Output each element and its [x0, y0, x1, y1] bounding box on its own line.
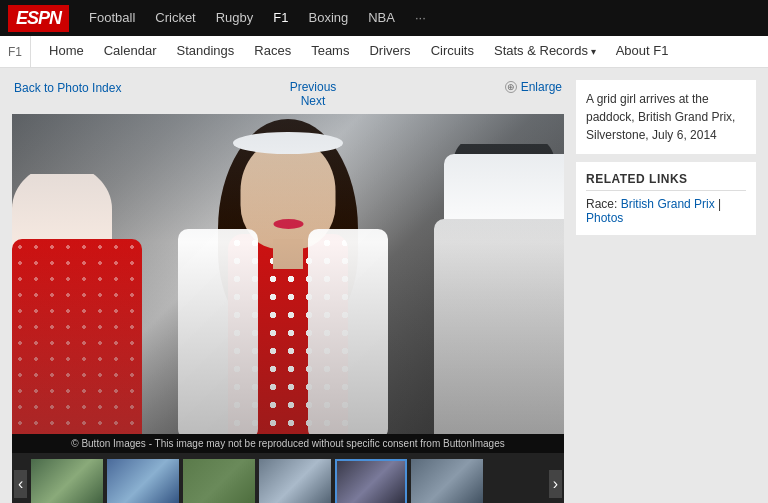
subnav-link-drivers[interactable]: Drivers	[359, 35, 420, 67]
subnav-link-about[interactable]: About F1	[606, 35, 679, 67]
thumbnail-3[interactable]	[183, 459, 255, 503]
thumbnails-container	[31, 459, 544, 503]
top-nav-links: Football Cricket Rugby F1 Boxing NBA ···	[79, 0, 436, 36]
subnav-link-races[interactable]: Races	[244, 35, 301, 67]
photo-area: Back to Photo Index Previous Next ⊕ Enla…	[12, 80, 564, 503]
back-to-index-link[interactable]: Back to Photo Index	[14, 81, 121, 95]
subnav-item-stats[interactable]: Stats & Records	[484, 35, 606, 68]
copyright-text: © Button Images - This image may not be …	[71, 438, 505, 449]
subnav-link-standings[interactable]: Standings	[166, 35, 244, 67]
lips	[273, 219, 303, 229]
jacket-left-panel	[178, 229, 258, 434]
subnav-item-races[interactable]: Races	[244, 35, 301, 68]
subnav-item-calendar[interactable]: Calendar	[94, 35, 167, 68]
subnav-item-standings[interactable]: Standings	[166, 35, 244, 68]
thumbnail-4[interactable]	[259, 459, 331, 503]
grand-prix-link[interactable]: British Grand Prix	[621, 197, 715, 211]
nav-link-nba[interactable]: NBA	[358, 0, 405, 36]
previous-link[interactable]: Previous	[290, 80, 337, 94]
photo-navigation: Back to Photo Index Previous Next ⊕ Enla…	[12, 80, 564, 108]
nav-link-rugby[interactable]: Rugby	[206, 0, 264, 36]
subnav-item-circuits[interactable]: Circuits	[421, 35, 484, 68]
sub-navigation: F1 Home Calendar Standings Races Teams D…	[0, 36, 768, 68]
related-links-panel: RELATED LINKS Race: British Grand Prix |…	[576, 162, 756, 235]
nav-item-boxing[interactable]: Boxing	[298, 0, 358, 36]
nav-item-more[interactable]: ···	[405, 0, 436, 36]
espn-logo[interactable]: ESPN	[8, 5, 69, 32]
subnav-link-home[interactable]: Home	[39, 35, 94, 67]
nav-item-nba[interactable]: NBA	[358, 0, 405, 36]
grid-girl-right	[434, 144, 564, 434]
separator: |	[718, 197, 721, 211]
nav-item-football[interactable]: Football	[79, 0, 145, 36]
nav-link-cricket[interactable]: Cricket	[145, 0, 205, 36]
subnav-item-about[interactable]: About F1	[606, 35, 679, 68]
main-content: Back to Photo Index Previous Next ⊕ Enla…	[0, 68, 768, 503]
subnav-link-stats[interactable]: Stats & Records	[484, 35, 606, 68]
subnav-item-drivers[interactable]: Drivers	[359, 35, 420, 68]
nav-item-rugby[interactable]: Rugby	[206, 0, 264, 36]
prev-thumbnail-button[interactable]: ‹	[14, 470, 27, 498]
nav-link-football[interactable]: Football	[79, 0, 145, 36]
subnav-item-home[interactable]: Home	[39, 35, 94, 68]
jacket-right	[434, 219, 564, 434]
nav-link-boxing[interactable]: Boxing	[298, 0, 358, 36]
sub-nav-links: Home Calendar Standings Races Teams Driv…	[39, 35, 678, 68]
top-navigation: ESPN Football Cricket Rugby F1 Boxing NB…	[0, 0, 768, 36]
photos-link[interactable]: Photos	[586, 211, 623, 225]
sidebar: A grid girl arrives at the paddock, Brit…	[576, 80, 756, 503]
next-thumbnail-button[interactable]: ›	[549, 470, 562, 498]
neck	[273, 239, 303, 269]
jacket-right-panel	[308, 229, 388, 434]
main-photo-container: © Button Images - This image may not be …	[12, 114, 564, 453]
thumbnail-strip: ‹ ›	[12, 453, 564, 503]
related-links-title: RELATED LINKS	[586, 172, 746, 191]
nav-item-cricket[interactable]: Cricket	[145, 0, 205, 36]
copyright-bar: © Button Images - This image may not be …	[12, 434, 564, 453]
subnav-item-teams[interactable]: Teams	[301, 35, 359, 68]
thumbnail-6[interactable]	[411, 459, 483, 503]
main-girl	[168, 114, 408, 434]
nav-link-more[interactable]: ···	[405, 0, 436, 36]
nav-link-f1[interactable]: F1	[263, 0, 298, 36]
grid-girl-left	[12, 174, 157, 434]
enlarge-link[interactable]: Enlarge	[521, 80, 562, 94]
subnav-link-circuits[interactable]: Circuits	[421, 35, 484, 67]
photo-nav-left: Back to Photo Index	[14, 80, 121, 95]
main-photo-image	[12, 114, 564, 434]
photo-nav-right[interactable]: ⊕ Enlarge	[505, 80, 562, 94]
dress-left	[12, 239, 142, 434]
subnav-link-teams[interactable]: Teams	[301, 35, 359, 67]
thumbnail-2[interactable]	[107, 459, 179, 503]
nav-item-f1[interactable]: F1	[263, 0, 298, 36]
thumbnail-1[interactable]	[31, 459, 103, 503]
photo-nav-center: Previous Next	[290, 80, 337, 108]
enlarge-icon: ⊕	[505, 81, 517, 93]
next-link[interactable]: Next	[290, 94, 337, 108]
sport-label: F1	[8, 36, 31, 68]
caption-text: A grid girl arrives at the paddock, Brit…	[586, 92, 735, 142]
subnav-link-calendar[interactable]: Calendar	[94, 35, 167, 67]
main-headband	[233, 132, 343, 154]
photo-caption: A grid girl arrives at the paddock, Brit…	[576, 80, 756, 154]
related-links-content: Race: British Grand Prix | Photos	[586, 197, 746, 225]
thumbnail-5-active[interactable]	[335, 459, 407, 503]
race-label: Race:	[586, 197, 617, 211]
